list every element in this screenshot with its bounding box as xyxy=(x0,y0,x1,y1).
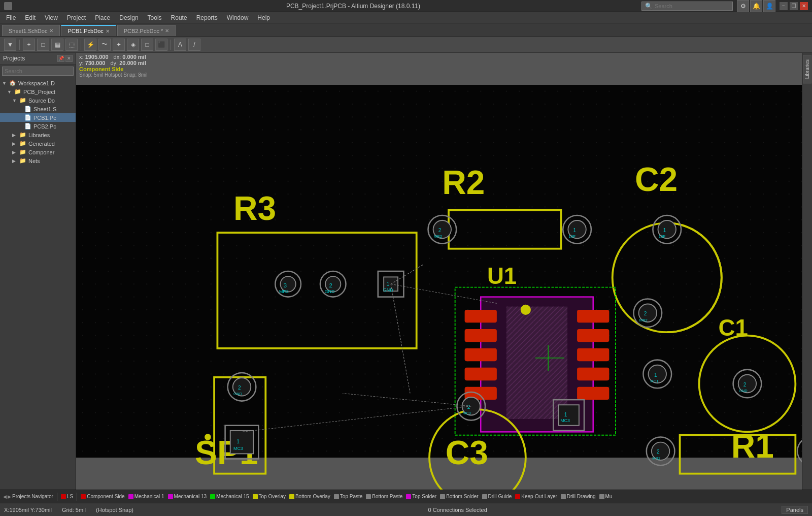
layer-mu[interactable]: Mu xyxy=(598,493,614,500)
projects-status-tab[interactable]: ◀ ▶ Projects Navigator xyxy=(2,493,54,500)
tab-sheet1-close[interactable]: ✕ xyxy=(49,28,53,34)
layer-keep-out[interactable]: Keep-Out Layer xyxy=(514,493,558,500)
layer-bottom-paste[interactable]: Bottom Paste xyxy=(365,493,403,500)
u1-label: U1 xyxy=(487,263,517,289)
tab-sheet1[interactable]: Sheet1.SchDoc ✕ xyxy=(2,25,60,36)
layer-drill-guide[interactable]: Drill Guide xyxy=(481,493,513,500)
close-button[interactable]: ✕ xyxy=(800,2,808,10)
tool-keepout[interactable]: ⬛ xyxy=(155,39,167,51)
menu-tools[interactable]: Tools xyxy=(144,13,166,22)
tree-pcb1[interactable]: 📄 PCB1.Pc xyxy=(0,113,76,122)
source-doc-arrow: ▼ xyxy=(12,98,17,103)
tree-pcb2[interactable]: 📄 PCB2.Pc xyxy=(0,122,76,131)
svg-text:10P: 10P xyxy=(569,234,576,239)
layer-bottom-overlay[interactable]: Bottom Overlay xyxy=(288,493,331,500)
tool-line[interactable]: / xyxy=(188,39,200,51)
svg-text:2: 2 xyxy=(467,404,470,410)
restore-button[interactable]: ❐ xyxy=(790,2,798,10)
menu-view[interactable]: View xyxy=(41,13,62,22)
svg-text:MR3: MR3 xyxy=(279,289,289,294)
pcb-canvas[interactable]: R3 3 MR3 2 GND 1 GND R2 xyxy=(76,53,802,490)
menu-design[interactable]: Design xyxy=(115,13,142,22)
tool-filter[interactable]: ▼ xyxy=(4,39,16,51)
menu-reports[interactable]: Reports xyxy=(192,13,222,22)
svg-text:2: 2 xyxy=(329,282,332,288)
layer-mechanical1[interactable]: Mechanical 1 xyxy=(127,493,165,500)
title-search-input[interactable] xyxy=(655,3,726,9)
tool-text[interactable]: A xyxy=(174,39,186,51)
u1-pin1 xyxy=(465,310,497,322)
tab-pcb2-label: PCB2.PcbDoc * xyxy=(124,28,163,34)
svg-text:2: 2 xyxy=(657,449,660,455)
title-bar: PCB_Project1.PrjPCB - Altium Designer (1… xyxy=(0,0,812,12)
tool-select-rect[interactable]: □ xyxy=(37,39,49,51)
panel-pin-button[interactable]: 📌 xyxy=(57,55,64,62)
tree-components[interactable]: ▶ 📁 Componer xyxy=(0,148,76,156)
tool-via[interactable]: ✦ xyxy=(113,39,125,51)
layer-mechanical13[interactable]: Mechanical 13 xyxy=(167,493,208,500)
layer-top-paste[interactable]: Top Paste xyxy=(333,493,363,500)
tool-wire[interactable]: 〜 xyxy=(98,39,111,51)
layer-top-overlay[interactable]: Top Overlay xyxy=(252,493,287,500)
tree-pcb-project[interactable]: ▼ 📁 PCB_Project xyxy=(0,87,76,96)
menu-window[interactable]: Window xyxy=(223,13,253,22)
layer-ls[interactable]: LS xyxy=(60,493,74,500)
tree-generated[interactable]: ▶ 📁 Generated xyxy=(0,139,76,148)
pcb-project-label: PCB_Project xyxy=(23,89,55,95)
tab-pcb2-close[interactable]: ✕ xyxy=(165,28,169,34)
title-search-box[interactable]: 🔍 xyxy=(641,2,733,11)
tool-select-region[interactable]: ▦ xyxy=(51,39,63,51)
menu-file[interactable]: File xyxy=(2,13,20,22)
svg-text:MC3: MC3 xyxy=(560,418,570,423)
menu-edit[interactable]: Edit xyxy=(21,13,40,22)
main-content: Projects 📌 ✕ ▼ 🏠 Workspace1.D ▼ 📁 PCB_Pr… xyxy=(0,53,812,490)
pcb2-icon: 📄 xyxy=(24,123,31,130)
layer-top-paste-label: Top Paste xyxy=(340,494,362,499)
layer-top-overlay-label: Top Overlay xyxy=(259,494,286,499)
app-icon xyxy=(4,2,12,10)
tree-source-doc[interactable]: ▼ 📁 Source Do xyxy=(0,96,76,105)
layer-bottom-solder[interactable]: Bottom Solder xyxy=(439,493,479,500)
svg-text:1: 1 xyxy=(386,281,389,287)
layer-top-solder[interactable]: Top Solder xyxy=(405,493,437,500)
workspace-label: Workspace1.D xyxy=(18,80,55,86)
generated-arrow: ▶ xyxy=(12,141,17,146)
c3-label: C3 xyxy=(446,434,488,471)
pcb1-label: PCB1.Pc xyxy=(33,115,56,121)
user-icon[interactable]: 👤 xyxy=(763,0,775,12)
tree-workspace[interactable]: ▼ 🏠 Workspace1.D xyxy=(0,79,76,87)
tab-pcb1-close[interactable]: ✕ xyxy=(106,28,110,34)
tool-add[interactable]: + xyxy=(23,39,35,51)
tool-copper[interactable]: □ xyxy=(141,39,153,51)
canvas-area[interactable]: x: 1905.000 dx: 0.000 mil y: 730.000 dy:… xyxy=(76,53,802,490)
tree-sheet1[interactable]: 📄 Sheet1.S xyxy=(0,105,76,113)
svg-text:MR2: MR2 xyxy=(639,318,648,322)
libraries-tab[interactable]: Libraries xyxy=(803,55,811,83)
left-panel: Projects 📌 ✕ ▼ 🏠 Workspace1.D ▼ 📁 PCB_Pr… xyxy=(0,53,76,490)
menu-project[interactable]: Project xyxy=(63,13,90,22)
layer-component-side[interactable]: Component Side xyxy=(80,493,126,500)
tab-pcb2[interactable]: PCB2.PcbDoc * ✕ xyxy=(117,25,176,36)
svg-text:1: 1 xyxy=(564,412,567,417)
tree-nets[interactable]: ▶ 📁 Nets xyxy=(0,156,76,165)
u1-pin6 xyxy=(577,310,609,322)
menu-route[interactable]: Route xyxy=(167,13,191,22)
panels-button[interactable]: Panels xyxy=(782,506,808,514)
tool-3d[interactable]: ⬚ xyxy=(65,39,78,51)
settings-icon[interactable]: ⚙ xyxy=(737,0,749,12)
tool-route[interactable]: ⚡ xyxy=(84,39,96,51)
panel-close-button[interactable]: ✕ xyxy=(65,55,73,62)
notification-icon[interactable]: 🔔 xyxy=(750,0,762,12)
layer-component-side-label: Component Side xyxy=(87,494,125,499)
panel-search-input[interactable] xyxy=(2,67,74,76)
tool-pad[interactable]: ◈ xyxy=(127,39,139,51)
tab-pcb1[interactable]: PCB1.PcbDoc ✕ xyxy=(61,25,116,36)
minimize-button[interactable]: − xyxy=(780,2,788,10)
svg-text:MC3: MC3 xyxy=(233,446,243,451)
menu-place[interactable]: Place xyxy=(91,13,114,22)
layer-drill-drawing[interactable]: Drill Drawing xyxy=(560,493,597,500)
layer-mechanical15[interactable]: Mechanical 15 xyxy=(209,493,250,500)
tree-libraries[interactable]: ▶ 📁 Libraries xyxy=(0,131,76,139)
svg-text:MR2: MR2 xyxy=(434,234,442,239)
menu-help[interactable]: Help xyxy=(253,13,274,22)
